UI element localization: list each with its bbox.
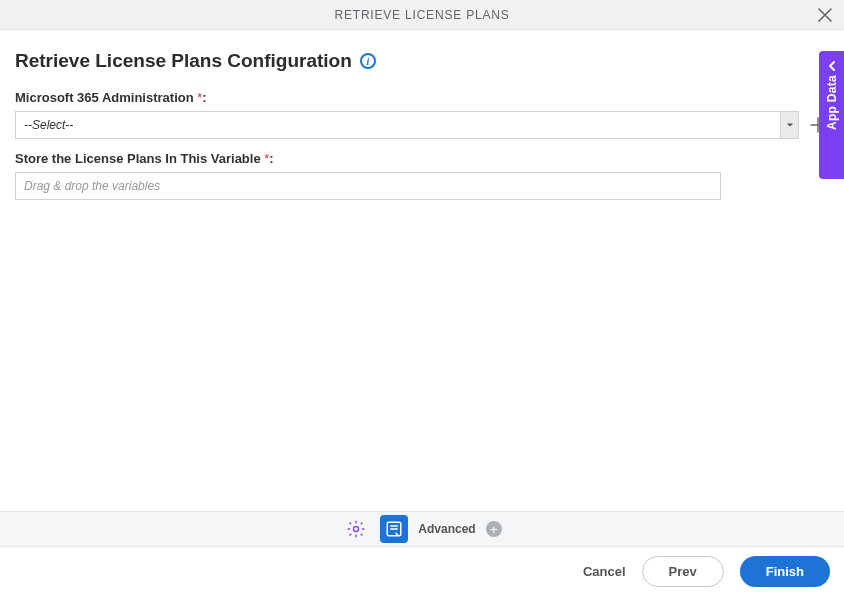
field-label-store: Store the License Plans In This Variable… [15,151,829,166]
field-label-store-text: Store the License Plans In This Variable [15,151,264,166]
chevron-down-icon [786,121,794,129]
admin-select-value: --Select-- [16,118,780,132]
close-button[interactable] [814,4,836,26]
dialog-title: RETRIEVE LICENSE PLANS [335,8,510,22]
app-data-panel-tab[interactable]: App Data [819,51,844,179]
close-icon [818,8,832,22]
label-colon: : [269,151,273,166]
advanced-add-button[interactable]: + [486,521,502,537]
dialog-header: RETRIEVE LICENSE PLANS [0,0,844,30]
settings-button[interactable] [342,515,370,543]
page-title: Retrieve License Plans Configuration [15,50,352,72]
form-icon [385,520,403,538]
content-area: Retrieve License Plans Configuration i M… [0,30,844,222]
footer-actions: Cancel Prev Finish [0,547,844,595]
field-store-variable: Store the License Plans In This Variable… [15,151,829,200]
chevron-left-icon [827,61,837,71]
page-title-row: Retrieve License Plans Configuration i [15,50,829,72]
side-tab-label: App Data [825,75,839,130]
prev-button[interactable]: Prev [642,556,724,587]
plus-icon: + [490,523,498,536]
bottom-toolbar: Advanced + [0,511,844,547]
field-ms365-admin: Microsoft 365 Administration *: --Select… [15,90,829,139]
finish-button[interactable]: Finish [740,556,830,587]
advanced-label: Advanced [418,522,475,536]
cancel-button[interactable]: Cancel [583,564,626,579]
dropzone-placeholder: Drag & drop the variables [24,179,160,193]
admin-select-arrow[interactable] [780,112,798,138]
gear-icon [346,519,366,539]
field-label-admin-text: Microsoft 365 Administration [15,90,197,105]
info-icon[interactable]: i [360,53,376,69]
form-view-button[interactable] [380,515,408,543]
field-label-admin: Microsoft 365 Administration *: [15,90,829,105]
svg-point-0 [354,527,359,532]
admin-select[interactable]: --Select-- [15,111,799,139]
label-colon: : [202,90,206,105]
select-row-admin: --Select-- [15,111,829,139]
variable-dropzone[interactable]: Drag & drop the variables [15,172,721,200]
